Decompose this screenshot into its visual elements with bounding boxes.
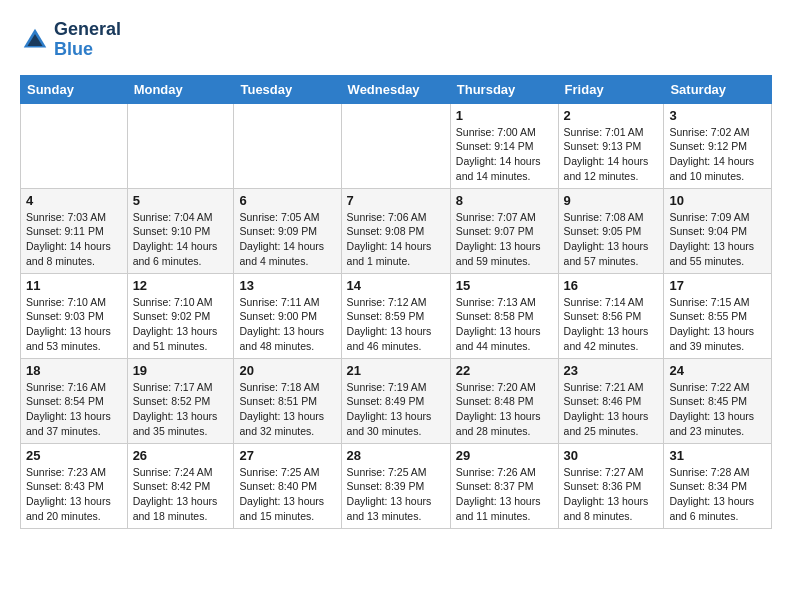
day-info: Sunrise: 7:14 AM Sunset: 8:56 PM Dayligh… <box>564 295 659 354</box>
day-number: 7 <box>347 193 445 208</box>
day-info: Sunrise: 7:06 AM Sunset: 9:08 PM Dayligh… <box>347 210 445 269</box>
calendar-cell: 15Sunrise: 7:13 AM Sunset: 8:58 PM Dayli… <box>450 273 558 358</box>
calendar-body: 1Sunrise: 7:00 AM Sunset: 9:14 PM Daylig… <box>21 103 772 528</box>
day-info: Sunrise: 7:12 AM Sunset: 8:59 PM Dayligh… <box>347 295 445 354</box>
calendar-cell: 1Sunrise: 7:00 AM Sunset: 9:14 PM Daylig… <box>450 103 558 188</box>
day-number: 14 <box>347 278 445 293</box>
page-header: General Blue <box>20 20 772 60</box>
calendar-cell: 18Sunrise: 7:16 AM Sunset: 8:54 PM Dayli… <box>21 358 128 443</box>
day-number: 28 <box>347 448 445 463</box>
calendar-week-2: 4Sunrise: 7:03 AM Sunset: 9:11 PM Daylig… <box>21 188 772 273</box>
calendar-cell: 29Sunrise: 7:26 AM Sunset: 8:37 PM Dayli… <box>450 443 558 528</box>
calendar-cell <box>127 103 234 188</box>
day-info: Sunrise: 7:11 AM Sunset: 9:00 PM Dayligh… <box>239 295 335 354</box>
calendar-week-1: 1Sunrise: 7:00 AM Sunset: 9:14 PM Daylig… <box>21 103 772 188</box>
day-info: Sunrise: 7:27 AM Sunset: 8:36 PM Dayligh… <box>564 465 659 524</box>
logo-text-general: General <box>54 20 121 40</box>
day-info: Sunrise: 7:03 AM Sunset: 9:11 PM Dayligh… <box>26 210 122 269</box>
day-info: Sunrise: 7:10 AM Sunset: 9:03 PM Dayligh… <box>26 295 122 354</box>
day-number: 17 <box>669 278 766 293</box>
calendar-cell <box>234 103 341 188</box>
calendar-cell: 3Sunrise: 7:02 AM Sunset: 9:12 PM Daylig… <box>664 103 772 188</box>
calendar-cell: 27Sunrise: 7:25 AM Sunset: 8:40 PM Dayli… <box>234 443 341 528</box>
day-info: Sunrise: 7:00 AM Sunset: 9:14 PM Dayligh… <box>456 125 553 184</box>
day-number: 19 <box>133 363 229 378</box>
calendar-cell: 26Sunrise: 7:24 AM Sunset: 8:42 PM Dayli… <box>127 443 234 528</box>
logo-icon <box>20 25 50 55</box>
day-number: 15 <box>456 278 553 293</box>
day-number: 4 <box>26 193 122 208</box>
day-number: 3 <box>669 108 766 123</box>
day-info: Sunrise: 7:20 AM Sunset: 8:48 PM Dayligh… <box>456 380 553 439</box>
day-number: 30 <box>564 448 659 463</box>
day-number: 8 <box>456 193 553 208</box>
calendar-week-3: 11Sunrise: 7:10 AM Sunset: 9:03 PM Dayli… <box>21 273 772 358</box>
day-number: 6 <box>239 193 335 208</box>
day-number: 20 <box>239 363 335 378</box>
day-number: 21 <box>347 363 445 378</box>
day-number: 23 <box>564 363 659 378</box>
day-info: Sunrise: 7:16 AM Sunset: 8:54 PM Dayligh… <box>26 380 122 439</box>
day-number: 10 <box>669 193 766 208</box>
day-number: 25 <box>26 448 122 463</box>
calendar-cell: 12Sunrise: 7:10 AM Sunset: 9:02 PM Dayli… <box>127 273 234 358</box>
day-info: Sunrise: 7:19 AM Sunset: 8:49 PM Dayligh… <box>347 380 445 439</box>
day-info: Sunrise: 7:25 AM Sunset: 8:40 PM Dayligh… <box>239 465 335 524</box>
calendar-cell: 19Sunrise: 7:17 AM Sunset: 8:52 PM Dayli… <box>127 358 234 443</box>
calendar-cell: 5Sunrise: 7:04 AM Sunset: 9:10 PM Daylig… <box>127 188 234 273</box>
weekday-wednesday: Wednesday <box>341 75 450 103</box>
day-info: Sunrise: 7:04 AM Sunset: 9:10 PM Dayligh… <box>133 210 229 269</box>
day-number: 22 <box>456 363 553 378</box>
weekday-tuesday: Tuesday <box>234 75 341 103</box>
weekday-friday: Friday <box>558 75 664 103</box>
calendar-cell: 14Sunrise: 7:12 AM Sunset: 8:59 PM Dayli… <box>341 273 450 358</box>
calendar-cell: 9Sunrise: 7:08 AM Sunset: 9:05 PM Daylig… <box>558 188 664 273</box>
day-info: Sunrise: 7:01 AM Sunset: 9:13 PM Dayligh… <box>564 125 659 184</box>
day-info: Sunrise: 7:21 AM Sunset: 8:46 PM Dayligh… <box>564 380 659 439</box>
calendar-cell: 22Sunrise: 7:20 AM Sunset: 8:48 PM Dayli… <box>450 358 558 443</box>
day-number: 26 <box>133 448 229 463</box>
day-number: 11 <box>26 278 122 293</box>
calendar-cell: 20Sunrise: 7:18 AM Sunset: 8:51 PM Dayli… <box>234 358 341 443</box>
logo-text-blue: Blue <box>54 40 121 60</box>
weekday-thursday: Thursday <box>450 75 558 103</box>
day-number: 9 <box>564 193 659 208</box>
calendar-cell: 8Sunrise: 7:07 AM Sunset: 9:07 PM Daylig… <box>450 188 558 273</box>
calendar-cell: 2Sunrise: 7:01 AM Sunset: 9:13 PM Daylig… <box>558 103 664 188</box>
calendar-week-4: 18Sunrise: 7:16 AM Sunset: 8:54 PM Dayli… <box>21 358 772 443</box>
weekday-header-row: SundayMondayTuesdayWednesdayThursdayFrid… <box>21 75 772 103</box>
day-info: Sunrise: 7:02 AM Sunset: 9:12 PM Dayligh… <box>669 125 766 184</box>
day-number: 2 <box>564 108 659 123</box>
day-info: Sunrise: 7:10 AM Sunset: 9:02 PM Dayligh… <box>133 295 229 354</box>
weekday-sunday: Sunday <box>21 75 128 103</box>
day-number: 5 <box>133 193 229 208</box>
day-number: 31 <box>669 448 766 463</box>
day-info: Sunrise: 7:25 AM Sunset: 8:39 PM Dayligh… <box>347 465 445 524</box>
day-number: 29 <box>456 448 553 463</box>
calendar-cell: 16Sunrise: 7:14 AM Sunset: 8:56 PM Dayli… <box>558 273 664 358</box>
day-number: 18 <box>26 363 122 378</box>
day-info: Sunrise: 7:13 AM Sunset: 8:58 PM Dayligh… <box>456 295 553 354</box>
calendar-table: SundayMondayTuesdayWednesdayThursdayFrid… <box>20 75 772 529</box>
day-info: Sunrise: 7:28 AM Sunset: 8:34 PM Dayligh… <box>669 465 766 524</box>
weekday-monday: Monday <box>127 75 234 103</box>
weekday-saturday: Saturday <box>664 75 772 103</box>
calendar-cell: 23Sunrise: 7:21 AM Sunset: 8:46 PM Dayli… <box>558 358 664 443</box>
calendar-cell: 17Sunrise: 7:15 AM Sunset: 8:55 PM Dayli… <box>664 273 772 358</box>
calendar-cell: 13Sunrise: 7:11 AM Sunset: 9:00 PM Dayli… <box>234 273 341 358</box>
day-info: Sunrise: 7:07 AM Sunset: 9:07 PM Dayligh… <box>456 210 553 269</box>
calendar-cell <box>341 103 450 188</box>
day-number: 27 <box>239 448 335 463</box>
calendar-cell: 30Sunrise: 7:27 AM Sunset: 8:36 PM Dayli… <box>558 443 664 528</box>
day-number: 12 <box>133 278 229 293</box>
day-number: 24 <box>669 363 766 378</box>
calendar-cell: 11Sunrise: 7:10 AM Sunset: 9:03 PM Dayli… <box>21 273 128 358</box>
day-number: 1 <box>456 108 553 123</box>
day-info: Sunrise: 7:18 AM Sunset: 8:51 PM Dayligh… <box>239 380 335 439</box>
day-info: Sunrise: 7:09 AM Sunset: 9:04 PM Dayligh… <box>669 210 766 269</box>
day-info: Sunrise: 7:08 AM Sunset: 9:05 PM Dayligh… <box>564 210 659 269</box>
day-info: Sunrise: 7:24 AM Sunset: 8:42 PM Dayligh… <box>133 465 229 524</box>
day-info: Sunrise: 7:15 AM Sunset: 8:55 PM Dayligh… <box>669 295 766 354</box>
calendar-cell: 6Sunrise: 7:05 AM Sunset: 9:09 PM Daylig… <box>234 188 341 273</box>
day-info: Sunrise: 7:22 AM Sunset: 8:45 PM Dayligh… <box>669 380 766 439</box>
